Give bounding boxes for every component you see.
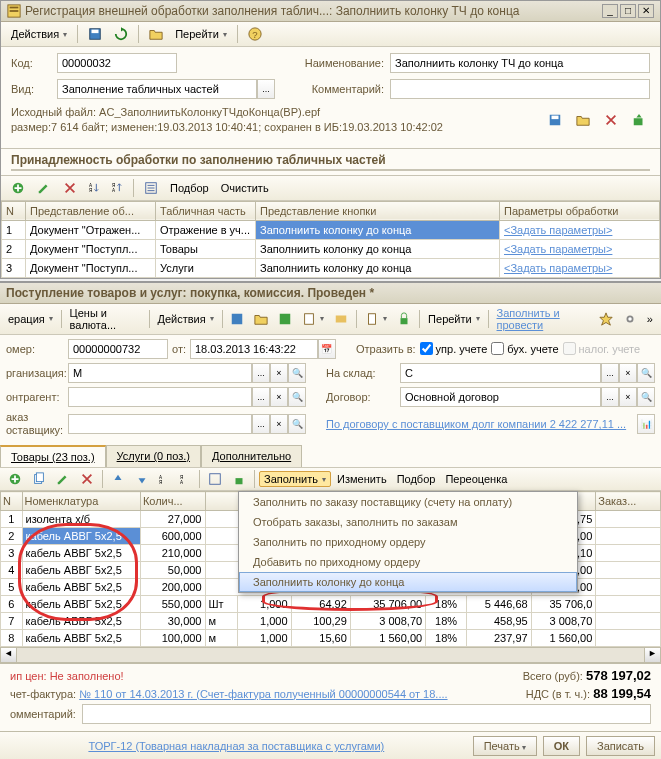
processing-grid[interactable]: N Представление об... Табличная часть Пр… <box>1 201 660 278</box>
col-n[interactable]: N <box>1 492 23 511</box>
disk-icon[interactable] <box>544 112 566 128</box>
org-clear-button[interactable]: × <box>270 363 288 383</box>
name-input[interactable] <box>390 53 650 73</box>
save-button[interactable]: Записать <box>586 736 655 756</box>
comment-input[interactable] <box>82 704 651 724</box>
lock-green-icon[interactable] <box>393 311 415 327</box>
fill-post-link[interactable]: Заполнить и провести <box>493 306 593 332</box>
stock-search-button[interactable]: 🔍 <box>637 363 655 383</box>
select-button[interactable]: Подбор <box>393 472 440 486</box>
col-qty[interactable]: Колич... <box>140 492 205 511</box>
export-icon[interactable] <box>628 112 650 128</box>
save-icon[interactable] <box>226 311 248 327</box>
stock-input[interactable] <box>400 363 601 383</box>
folder-icon[interactable] <box>145 26 167 42</box>
help-icon[interactable]: ? <box>244 26 266 42</box>
menu-item-selected[interactable]: Заполниить колонку до конца <box>239 572 577 592</box>
contr-select-button[interactable]: ... <box>252 387 270 407</box>
fill-menu-button[interactable]: Заполнить <box>259 471 331 487</box>
date-input[interactable] <box>190 339 318 359</box>
tab-extra[interactable]: Дополнительно <box>201 445 302 467</box>
col-obj[interactable]: Представление об... <box>26 201 156 220</box>
torg12-link[interactable]: ТОРГ-12 (Товарная накладная за поставщик… <box>6 740 467 752</box>
col-zakaz[interactable]: Заказ... <box>596 492 661 511</box>
remove-icon[interactable] <box>59 180 81 196</box>
date-picker-button[interactable]: 📅 <box>318 339 336 359</box>
chk-nalog[interactable]: налог. учете <box>563 342 641 355</box>
save-icon[interactable] <box>84 26 106 42</box>
select-button[interactable]: Подбор <box>166 181 213 195</box>
list-icon[interactable] <box>204 471 226 487</box>
clear-button[interactable]: Очистить <box>217 181 273 195</box>
ok-button[interactable]: ОК <box>543 736 580 756</box>
menu-item[interactable]: Заполнить по заказу поставщику (счету на… <box>239 492 577 512</box>
chk-buh[interactable]: бух. учете <box>491 342 558 355</box>
sort-za-icon[interactable]: ЯА <box>108 181 127 194</box>
contr-clear-button[interactable]: × <box>270 387 288 407</box>
type-input[interactable] <box>57 79 257 99</box>
zakaz-select-button[interactable]: ... <box>252 414 270 434</box>
folder-icon[interactable] <box>250 311 272 327</box>
lock-icon[interactable] <box>228 471 250 487</box>
tab-goods[interactable]: Товары (23 поз.) <box>0 445 106 467</box>
item-row[interactable]: 6кабель АВВГ 5x2,5550,000Шт1,00064,9235 … <box>1 596 661 613</box>
invoice-link[interactable]: № 110 от 14.03.2013 г. (Счет-фактура пол… <box>79 688 447 700</box>
chk-upr[interactable]: упр. учете <box>420 342 488 355</box>
add-icon[interactable] <box>7 180 29 196</box>
prices-button[interactable]: Цены и валюта... <box>66 306 145 332</box>
reprice-button[interactable]: Переоценка <box>441 472 511 486</box>
scroll-left-button[interactable]: ◄ <box>1 648 17 662</box>
base-icon[interactable] <box>330 311 352 327</box>
col-part[interactable]: Табличная часть <box>156 201 256 220</box>
col-btn[interactable]: Представление кнопки <box>256 201 500 220</box>
dogovor-select-button[interactable]: ... <box>601 387 619 407</box>
post-icon[interactable] <box>274 311 296 327</box>
col-n[interactable]: N <box>2 201 26 220</box>
move-up-icon[interactable] <box>107 471 129 487</box>
org-select-button[interactable]: ... <box>252 363 270 383</box>
stock-select-button[interactable]: ... <box>601 363 619 383</box>
type-select-button[interactable]: ... <box>257 79 275 99</box>
operation-menu[interactable]: ерация <box>4 312 57 326</box>
dogovor-search-button[interactable]: 🔍 <box>637 387 655 407</box>
stock-clear-button[interactable]: × <box>619 363 637 383</box>
report-icon[interactable] <box>298 311 328 327</box>
h-scrollbar[interactable]: ◄ ► <box>0 647 661 663</box>
edit-icon[interactable] <box>52 471 74 487</box>
refresh-icon[interactable] <box>110 26 132 42</box>
zakaz-input[interactable] <box>68 414 252 434</box>
clip-icon[interactable] <box>361 311 391 327</box>
zakaz-search-button[interactable]: 🔍 <box>288 414 306 434</box>
arrows-icon[interactable]: » <box>643 312 657 326</box>
actions-menu[interactable]: Действия <box>153 312 217 326</box>
copy-icon[interactable] <box>28 471 50 487</box>
sort-az-icon[interactable]: АЯ <box>155 473 174 486</box>
zakaz-clear-button[interactable]: × <box>270 414 288 434</box>
code-input[interactable] <box>57 53 177 73</box>
num-input[interactable] <box>68 339 168 359</box>
grid-row[interactable]: 1 Документ "Отражен... Отражение в уч...… <box>2 220 660 239</box>
tab-services[interactable]: Услуги (0 поз.) <box>106 445 201 467</box>
goto-menu[interactable]: Перейти <box>171 27 231 41</box>
sort-az-icon[interactable]: АЯ <box>85 181 104 194</box>
col-nomenk[interactable]: Номенклатура <box>22 492 140 511</box>
menu-item[interactable]: Отобрать заказы, заполнить по заказам <box>239 512 577 532</box>
delete-x-icon[interactable] <box>600 112 622 128</box>
select-list-icon[interactable] <box>140 180 162 196</box>
comment-input[interactable] <box>390 79 650 99</box>
sort-za-icon[interactable]: ЯА <box>176 473 195 486</box>
grid-row[interactable]: 2 Документ "Поступл... Товары Заполниить… <box>2 239 660 258</box>
actions-menu[interactable]: Действия <box>7 27 71 41</box>
add-icon[interactable] <box>4 471 26 487</box>
contr-input[interactable] <box>68 387 252 407</box>
open-folder-icon[interactable] <box>572 112 594 128</box>
edit-icon[interactable] <box>33 180 55 196</box>
close-button[interactable]: ✕ <box>638 4 654 18</box>
print-button[interactable]: Печать <box>473 736 537 756</box>
gear-icon[interactable] <box>619 311 641 327</box>
item-row[interactable]: 7кабель АВВГ 5x2,530,000м1,000100,293 00… <box>1 613 661 630</box>
scroll-right-button[interactable]: ► <box>644 648 660 662</box>
maximize-button[interactable]: □ <box>620 4 636 18</box>
dogovor-clear-button[interactable]: × <box>619 387 637 407</box>
item-row[interactable]: 8кабель АВВГ 5x2,5100,000м1,00015,601 56… <box>1 630 661 647</box>
